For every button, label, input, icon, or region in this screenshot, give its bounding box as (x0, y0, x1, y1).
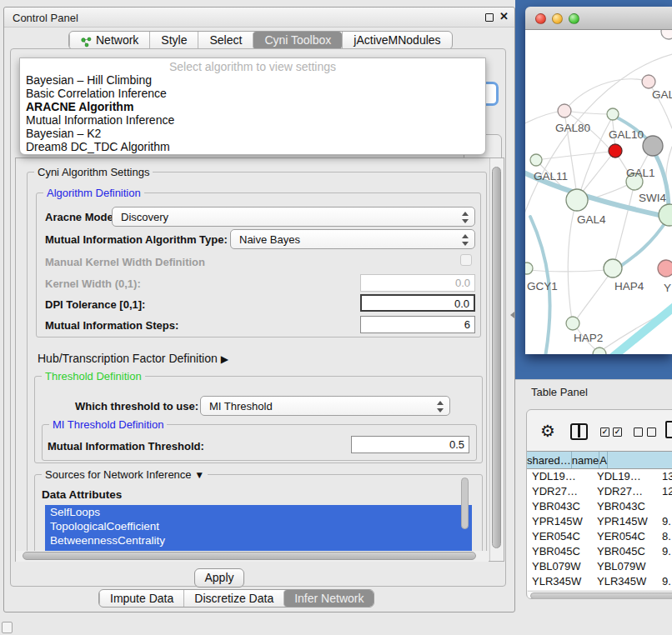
network-node[interactable] (659, 204, 672, 226)
network-node[interactable] (658, 260, 672, 277)
cell-shared-name[interactable]: YDL19… (527, 469, 589, 484)
network-edge[interactable] (615, 220, 667, 270)
network-node[interactable] (566, 189, 588, 211)
document-icon[interactable] (665, 421, 672, 438)
network-edge[interactable] (568, 205, 575, 320)
algorithm-popup-item[interactable]: Bayesian – K2 (20, 127, 485, 140)
network-node[interactable] (566, 317, 579, 330)
unchecked-checkbox-icon[interactable] (634, 428, 643, 437)
aracne-mode-combobox[interactable]: Discovery (112, 207, 475, 227)
table-scrollbar-thumb[interactable] (530, 592, 672, 599)
algorithm-popup-item[interactable]: Basic Correlation Inference (20, 87, 485, 100)
manual-kernel-width-checkbox[interactable] (460, 254, 472, 266)
checked-checkbox-icon[interactable]: ✓ (600, 428, 609, 437)
cell-name[interactable]: YBL079W (589, 559, 658, 574)
unchecked-checkbox-icon[interactable] (647, 428, 656, 437)
cell-name[interactable]: YLR345W (589, 574, 658, 589)
network-edge[interactable] (614, 187, 634, 263)
column-split-icon[interactable] (570, 423, 588, 440)
dpi-tolerance-field[interactable]: 0.0 (360, 294, 475, 312)
algorithm-popup-item[interactable]: Mutual Information Inference (20, 113, 485, 127)
network-node[interactable] (607, 108, 619, 120)
mi-algorithm-type-combobox[interactable]: Naive Bayes (230, 229, 475, 249)
table-row[interactable]: YDL19… YDL19… 13 (527, 469, 672, 484)
table-row[interactable]: YIL052C YIL052C 9. (527, 589, 672, 590)
network-node[interactable] (604, 259, 622, 278)
control-panel-tab[interactable]: Cyni Toolbox (253, 32, 342, 49)
table-row[interactable]: YLR345W YLR345W 9. (527, 574, 672, 589)
table-row[interactable]: YBR045C YBR045C 9. (527, 544, 672, 559)
cell-shared-name[interactable]: YDR27… (527, 484, 589, 499)
cell-name[interactable]: YDL19… (589, 469, 658, 484)
attribute-list-item[interactable]: BetweennessCentrality (45, 533, 472, 548)
network-node[interactable] (558, 104, 571, 118)
network-edge[interactable] (575, 272, 611, 321)
cell-shared-name[interactable]: YLR345W (527, 574, 589, 589)
table-row[interactable]: YBL079W YBL079W (527, 559, 672, 574)
cell-shared-name[interactable]: YPR145W (527, 514, 589, 529)
zoom-window-icon[interactable] (569, 13, 579, 24)
minimize-window-icon[interactable] (552, 13, 563, 24)
table-column-header[interactable]: name (572, 452, 600, 468)
network-edge[interactable] (579, 153, 613, 197)
attribute-list-item[interactable]: TopologicalCoefficient (45, 519, 472, 533)
checked-checkbox-icon[interactable]: ✓ (613, 428, 622, 437)
network-node[interactable] (609, 144, 622, 158)
cell-name[interactable]: YBR043C (589, 499, 658, 514)
cell-value[interactable]: 9. (658, 574, 672, 589)
algorithm-popup-item[interactable]: Dream8 DC_TDC Algorithm (20, 140, 485, 153)
cell-value[interactable]: 9. (658, 514, 672, 529)
control-panel-tab[interactable]: jActiveMNodules (342, 32, 451, 49)
settings-gear-icon[interactable]: ⚙ (540, 421, 555, 441)
network-canvas[interactable]: GALGAL80GAL10GAL1GAL11SWI4GAL4GCY1HAP4YH… (525, 30, 672, 354)
mi-steps-field[interactable]: 6 (360, 316, 475, 333)
cell-name[interactable]: YDR27… (589, 484, 658, 499)
cell-name[interactable]: YIL052C (589, 589, 658, 590)
cell-name[interactable]: YER054C (589, 529, 658, 544)
table-horizontal-scrollbar[interactable] (528, 591, 672, 599)
table-row[interactable]: YER054C YER054C 8. (527, 529, 672, 544)
cyni-bottom-tab[interactable]: Impute Data (99, 590, 183, 607)
table-column-header[interactable]: A (599, 452, 608, 468)
cyni-bottom-tab[interactable]: Discretize Data (183, 590, 283, 607)
cell-name[interactable]: YPR145W (589, 514, 658, 529)
network-window-titlebar[interactable] (525, 7, 672, 30)
horizontal-scrollbar-thumb[interactable] (23, 552, 476, 560)
network-node[interactable] (661, 30, 672, 39)
control-panel-tab[interactable]: Select (198, 32, 253, 49)
apply-button[interactable]: Apply (194, 568, 244, 588)
table-column-header[interactable]: shared… (527, 452, 572, 468)
cell-shared-name[interactable]: YBR043C (527, 499, 589, 514)
table-row[interactable]: YBR043C YBR043C (527, 499, 672, 514)
which-threshold-combobox[interactable]: MI Threshold (200, 396, 450, 416)
control-panel-tab[interactable]: Network (69, 32, 149, 49)
minimized-panel-icon[interactable] (2, 622, 13, 633)
cell-value[interactable] (658, 499, 672, 514)
cell-value[interactable]: 12 (658, 484, 672, 499)
cell-value[interactable] (658, 559, 672, 574)
cell-shared-name[interactable]: YIL052C (527, 589, 589, 590)
kernel-width-field[interactable]: 0.0 (360, 274, 475, 292)
sources-title[interactable]: Sources for Network Inference ▼ (42, 468, 208, 481)
cell-value[interactable]: 8. (658, 529, 672, 544)
float-window-icon[interactable] (485, 13, 494, 22)
close-window-icon[interactable] (535, 13, 546, 24)
cyni-bottom-tab[interactable]: Infer Network (283, 590, 374, 607)
cell-shared-name[interactable]: YBL079W (527, 559, 589, 574)
attribute-list-item[interactable]: SelfLoops (45, 505, 472, 519)
network-node[interactable] (525, 262, 533, 274)
cell-shared-name[interactable]: YER054C (527, 529, 589, 544)
mi-threshold-field[interactable]: 0.5 (351, 436, 469, 453)
cell-name[interactable]: YBR045C (589, 544, 658, 559)
cell-shared-name[interactable]: YBR045C (527, 544, 589, 559)
close-panel-icon[interactable]: ✕ (499, 10, 509, 22)
network-node[interactable] (643, 136, 663, 156)
splitter-handle[interactable] (510, 312, 514, 318)
network-node[interactable] (642, 75, 655, 88)
list-scrollbar-thumb[interactable] (461, 478, 469, 529)
cell-value[interactable]: 13 (658, 469, 672, 484)
cell-value[interactable]: 9. (658, 544, 672, 559)
network-edge[interactable] (536, 152, 611, 160)
settings-vertical-scrollbar[interactable] (489, 158, 504, 561)
table-row[interactable]: YDR27… YDR27… 12 (527, 484, 672, 499)
